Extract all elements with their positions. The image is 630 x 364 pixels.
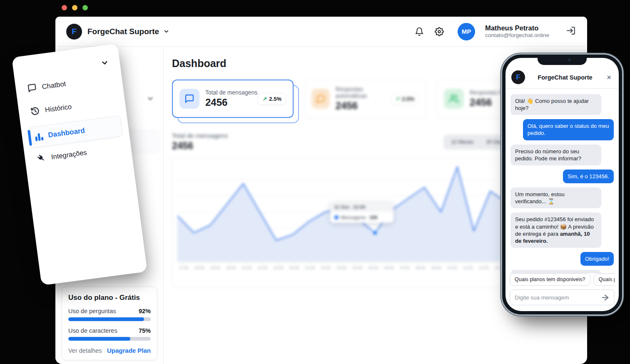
user-email: contato@forgechat.online: [485, 32, 549, 39]
sidebar-item-label: Histórico: [45, 102, 72, 114]
phone-camera: [568, 58, 571, 61]
sidebar-item-label: Dashboard: [47, 127, 85, 140]
chat-message-user: Sim, é o 123456.: [563, 170, 614, 183]
x-axis-label: 04:00: [351, 265, 364, 270]
chart-header: Total de mensagens 2456 12 Meses 30 Dias: [172, 132, 511, 152]
x-axis-label: 01:00: [304, 265, 316, 270]
stat-value: 2456: [205, 97, 257, 108]
trend-up-icon: ↗: [395, 96, 400, 102]
logout-button[interactable]: [566, 25, 576, 37]
chat-widget: F ForgeChat Suporte × Olá! 👋 Como posso …: [505, 58, 619, 311]
tooltip-value: 193: [369, 215, 377, 220]
marketing-canvas: F ForgeChat Suporte MP Matheus Petrato c…: [0, 0, 630, 364]
message-input[interactable]: [515, 294, 601, 301]
x-axis-label: 02:00: [319, 265, 332, 270]
chat-message-user: Olá, quero saber o status do meu pedido.: [523, 119, 614, 140]
plan-title: Uso do plano - Grátis: [68, 294, 151, 302]
chat-widget-title: ForgeChat Suporte: [525, 74, 605, 81]
x-axis-label: 22:00: [256, 265, 269, 270]
chat-message-bot: Preciso do número do seu pedido. Pode me…: [510, 145, 601, 165]
stat-value: 2456: [336, 100, 391, 112]
brand-logo: F: [66, 24, 82, 40]
phone-notch: [538, 55, 587, 65]
chat-bubble-icon: [27, 83, 37, 93]
plan-row-label: Uso de perguntas: [68, 308, 116, 314]
chat-logo-letter: F: [516, 74, 520, 81]
x-axis-label: 19:00: [209, 265, 222, 270]
trend-value: 2.5%: [402, 96, 414, 102]
chat-widget-logo: F: [511, 70, 525, 84]
view-details-link[interactable]: Ver detalhes: [68, 347, 102, 354]
x-axis-label: 07:00: [398, 265, 411, 270]
x-axis-label: 03:00: [335, 265, 348, 270]
topbar: F ForgeChat Suporte MP Matheus Petrato c…: [55, 17, 587, 47]
maximize-window-button[interactable]: [82, 5, 88, 10]
plan-row-value: 75%: [139, 327, 151, 334]
chat-bottom-area: Quais planos tem disponiveis?Quais plano…: [505, 273, 619, 311]
x-axis-label: 05:00: [367, 265, 379, 270]
chat-message-user: Obrigado!: [580, 252, 614, 266]
chat-bubble-icon: [179, 89, 199, 109]
chart-tooltip: 11 Out - 12:00 Mensagens: 193: [330, 202, 393, 223]
upgrade-plan-link[interactable]: Upagrade Plan: [107, 347, 151, 354]
gear-icon: [435, 27, 444, 36]
send-button[interactable]: [601, 293, 610, 302]
x-axis-label: 10:00: [446, 265, 458, 270]
series-dot-icon: [334, 215, 339, 219]
chat-message-bot: Olá! 👋 Como posso te ajudar hoje?: [510, 94, 601, 115]
sidebar-item-label: Integrações: [51, 148, 87, 161]
plan-row-value: 92%: [139, 308, 151, 314]
sidebar-collapse-chevron-icon[interactable]: [147, 95, 154, 102]
send-icon: [601, 293, 610, 302]
phone-mockup: F ForgeChat Suporte × Olá! 👋 Como posso …: [501, 53, 623, 316]
x-axis-label: 20:00: [225, 265, 237, 270]
plug-icon: [36, 153, 47, 163]
avatar[interactable]: MP: [458, 23, 475, 40]
chevron-down-icon[interactable]: [163, 28, 169, 35]
plan-row-label: Uso de caracteres: [68, 327, 117, 334]
x-axis-label: 09:00: [430, 265, 443, 270]
x-axis-label: 17:00: [177, 265, 190, 270]
data-point-marker[interactable]: [373, 230, 378, 235]
stat-card-auto-replies[interactable]: Respostas automáticas 2456 ↗ 2.5%: [304, 80, 426, 118]
users-icon: [444, 89, 464, 109]
trend-up-icon: ↗: [262, 96, 267, 102]
x-axis-label: 12:00: [478, 265, 490, 270]
quick-replies-row: Quais planos tem disponiveis?Quais plano…: [510, 273, 615, 286]
notifications-button[interactable]: [414, 27, 424, 37]
user-name: Matheus Petrato: [485, 24, 549, 32]
x-axis: 17:0018:0019:0020:0021:0022:0023:0000:00…: [177, 262, 506, 270]
x-axis-label: 21:00: [241, 265, 253, 270]
trend-value: 2.5%: [269, 96, 281, 102]
stat-trend-badge: ↗ 2.5%: [391, 93, 419, 105]
x-axis-label: 11:00: [462, 265, 474, 270]
settings-button[interactable]: [434, 27, 444, 37]
x-axis-label: 00:00: [288, 265, 301, 270]
x-axis-label: 06:00: [383, 265, 395, 270]
stat-card-total-messages[interactable]: Total de mensagens 2456 ↗ 2.5%: [172, 80, 294, 118]
collapse-chevron-icon[interactable]: [100, 58, 109, 67]
avatar-initials: MP: [462, 28, 471, 35]
tooltip-series: Mensagens:: [341, 215, 367, 220]
close-icon[interactable]: ×: [605, 73, 613, 82]
filter-12-months[interactable]: 12 Meses: [446, 137, 479, 147]
history-clock-icon: [30, 106, 40, 116]
bell-icon: [415, 27, 424, 36]
message-input-bar: [510, 289, 615, 305]
chat-message-bot: Um momento, estou verificando... ⌛: [510, 187, 601, 208]
minimize-window-button[interactable]: [72, 5, 77, 10]
progress-bar-characters: [68, 337, 151, 341]
chart-title: Total de mensagens: [172, 132, 228, 139]
bar-chart-icon: [35, 132, 43, 141]
progress-bar-questions: [68, 317, 151, 321]
close-window-button[interactable]: [62, 5, 67, 10]
chat-message-bot: Seu pedido #123456 foi enviado e está a …: [510, 212, 601, 248]
x-axis-label: 23:00: [272, 265, 285, 270]
plan-usage-card: Uso do plano - Grátis Uso de perguntas 9…: [62, 287, 157, 360]
user-info: Matheus Petrato contato@forgechat.online: [485, 24, 549, 40]
quick-reply-button[interactable]: Quais planos tem disponiveis?: [510, 273, 590, 286]
window-controls: [62, 5, 88, 10]
workspace-title: ForgeChat Suporte: [87, 27, 159, 36]
sidebar-item-label: Chatbot: [42, 80, 67, 90]
quick-reply-button[interactable]: Quais planos: [594, 273, 615, 286]
